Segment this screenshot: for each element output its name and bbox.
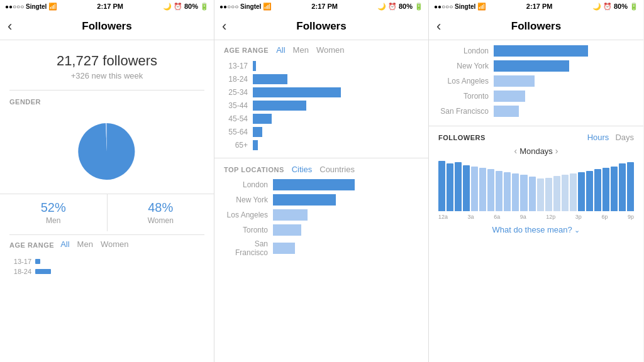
moon-icon-1: 🌙 bbox=[163, 3, 172, 11]
filter-men-2[interactable]: Men bbox=[293, 45, 309, 55]
gender-label: GENDER bbox=[0, 90, 214, 111]
age-range-title-2: AGE RANGE bbox=[224, 47, 269, 54]
age-range-header-2: AGE RANGE All Men Women bbox=[224, 45, 419, 55]
nav-bar-3: ‹ Followers bbox=[429, 13, 643, 40]
act-bar-10 bbox=[520, 175, 527, 211]
age-bars-2: 13-17 18-24 25-34 35-44 45-54 bbox=[224, 60, 419, 151]
men-pct: 52% bbox=[0, 200, 107, 215]
time-1: 2:17 PM bbox=[97, 3, 123, 10]
age-filter-all-1[interactable]: All bbox=[60, 239, 69, 249]
age-bar-row: 13-17 bbox=[224, 61, 419, 71]
what-mean-text: What do these mean? bbox=[492, 225, 572, 234]
status-right-3: 🌙 ⏰ 80% 🔋 bbox=[592, 3, 638, 11]
act-bar-17 bbox=[578, 172, 585, 211]
alarm-icon-2: ⏰ bbox=[388, 3, 397, 11]
mini-bar-fill bbox=[35, 259, 40, 264]
nav-bar-1: ‹ Followers bbox=[0, 13, 214, 40]
city-fill-london bbox=[494, 45, 588, 57]
status-bar-3: ●●○○○ Singtel 📶 2:17 PM 🌙 ⏰ 80% 🔋 bbox=[429, 0, 643, 13]
followers-new: +326 new this week bbox=[0, 71, 214, 80]
act-bar-23 bbox=[627, 162, 634, 211]
age-filter-1: All Men Women bbox=[60, 239, 128, 249]
age-bar-lbl-2: 18-24 bbox=[224, 75, 248, 84]
filter-women-2[interactable]: Women bbox=[316, 45, 345, 55]
act-bar-4 bbox=[471, 167, 478, 211]
loc-lbl-toronto: Toronto bbox=[224, 226, 268, 234]
carrier-1: ●●○○○ Singtel bbox=[5, 3, 47, 10]
act-bar-labels: 12a 3a 6a 9a 12p 3p 6p 9p bbox=[438, 214, 634, 220]
loc-bar-sf: San Francisco bbox=[224, 239, 419, 257]
age-bar-lbl-4: 35-44 bbox=[224, 101, 248, 110]
loc-bars: London New York Los Angeles Toronto San … bbox=[224, 179, 419, 257]
back-button-3[interactable]: ‹ bbox=[436, 18, 441, 35]
followers-count: 21,727 followers bbox=[0, 53, 214, 69]
next-day-icon[interactable]: › bbox=[553, 146, 558, 156]
act-bar-5 bbox=[479, 168, 486, 211]
mini-bar-label-2: 18-24 bbox=[9, 268, 31, 275]
women-pct: 48% bbox=[108, 200, 214, 215]
age-range-section-2: AGE RANGE All Men Women 13-17 18-24 25-3… bbox=[214, 40, 428, 151]
nav-title-1: Followers bbox=[82, 20, 131, 33]
age-bar-row-6: 55-64 bbox=[224, 127, 419, 137]
loc-fill-newyork bbox=[273, 194, 336, 206]
city-fill-toronto bbox=[494, 90, 525, 102]
nav-title-2: Followers bbox=[296, 20, 346, 33]
age-bar-row-7: 65+ bbox=[224, 140, 419, 150]
city-fill-newyork bbox=[494, 60, 569, 72]
city-lbl-sf: San Francisco bbox=[438, 107, 489, 116]
filter-all-2[interactable]: All bbox=[276, 45, 285, 55]
men-stat: 52% Men bbox=[0, 194, 108, 231]
battery-icon-3: 🔋 bbox=[630, 3, 638, 11]
mini-bar-row: 13-17 bbox=[9, 258, 204, 265]
top-locations-section: TOP LOCATIONS Cities Countries London Ne… bbox=[214, 158, 428, 257]
loc-fill-la bbox=[273, 209, 308, 221]
panel-3-content: London New York Los Angeles Toronto San … bbox=[429, 40, 643, 362]
age-bar-row-5: 45-54 bbox=[224, 114, 419, 124]
act-bar-21 bbox=[611, 167, 618, 211]
battery-1: 80% bbox=[184, 3, 198, 10]
what-mean[interactable]: What do these mean? ⌄ bbox=[438, 220, 634, 237]
age-filter-tabs-2: All Men Women bbox=[276, 45, 344, 55]
loc-fill-toronto bbox=[273, 224, 301, 236]
age-filter-men-1[interactable]: Men bbox=[77, 239, 93, 249]
city-lbl-la: Los Angeles bbox=[438, 77, 489, 85]
age-filter-women-1[interactable]: Women bbox=[101, 239, 129, 249]
activity-bars-container bbox=[438, 161, 634, 211]
lbl-6a: 6a bbox=[494, 214, 500, 220]
act-bar-19 bbox=[594, 169, 601, 211]
wifi-icon-3: 📶 bbox=[477, 3, 486, 11]
back-button-1[interactable]: ‹ bbox=[8, 18, 12, 35]
age-bar-fill-4 bbox=[253, 101, 306, 111]
moon-icon-2: 🌙 bbox=[377, 3, 386, 11]
act-bar-22 bbox=[619, 163, 626, 211]
panel-2: ●●○○○ Singtel 📶 2:17 PM 🌙 ⏰ 80% 🔋 ‹ Foll… bbox=[214, 0, 429, 362]
top-cities-section: London New York Los Angeles Toronto San … bbox=[429, 40, 643, 126]
hours-tab[interactable]: Hours bbox=[587, 133, 609, 142]
gender-stats: 52% Men 48% Women bbox=[0, 194, 214, 231]
countries-tab[interactable]: Countries bbox=[319, 165, 355, 174]
nav-title-3: Followers bbox=[511, 20, 561, 33]
city-bar-newyork: New York bbox=[438, 60, 634, 72]
wifi-icon-2: 📶 bbox=[263, 3, 272, 11]
act-bar-14 bbox=[553, 176, 560, 211]
time-tabs: Hours Days bbox=[587, 133, 634, 142]
status-left-1: ●●○○○ Singtel 📶 bbox=[5, 3, 57, 11]
men-label: Men bbox=[0, 216, 107, 225]
age-bar-row-3: 25-34 bbox=[224, 87, 419, 97]
back-button-2[interactable]: ‹ bbox=[222, 18, 226, 35]
age-bar-fill-5 bbox=[253, 114, 272, 124]
act-bar-0 bbox=[438, 161, 445, 211]
prev-day-icon[interactable]: ‹ bbox=[514, 146, 520, 156]
panel-1-content: 21,727 followers +326 new this week GEND… bbox=[0, 40, 214, 362]
battery-3: 80% bbox=[614, 3, 628, 10]
loc-bar-la: Los Angeles bbox=[224, 209, 419, 221]
city-lbl-toronto: Toronto bbox=[438, 92, 489, 101]
loc-fill-sf bbox=[273, 243, 295, 254]
cities-tab[interactable]: Cities bbox=[292, 165, 313, 174]
gender-chart: 52% Men 48% Women bbox=[0, 111, 214, 234]
women-label: Women bbox=[108, 216, 214, 225]
days-tab[interactable]: Days bbox=[615, 133, 634, 142]
age-bar-fill bbox=[253, 61, 256, 71]
lbl-3p: 3p bbox=[575, 214, 582, 220]
alarm-icon-1: ⏰ bbox=[174, 3, 182, 11]
